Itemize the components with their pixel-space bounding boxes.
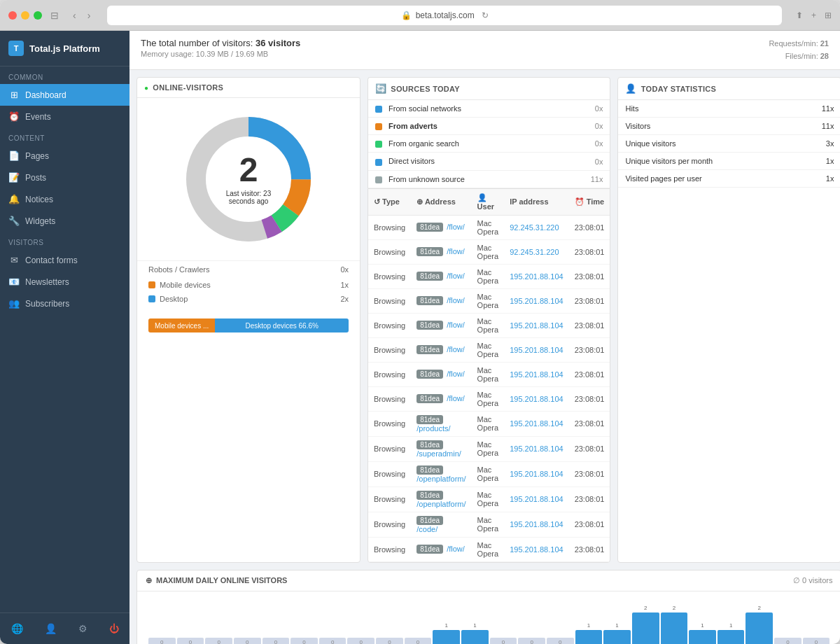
col-address: ⊕ Address bbox=[411, 189, 471, 216]
visitor-path[interactable]: /code/ bbox=[416, 525, 438, 533]
section-common-label: Common bbox=[0, 66, 130, 84]
visitor-ip: 195.201.88.104 bbox=[504, 337, 568, 362]
minimize-button[interactable] bbox=[21, 11, 29, 20]
maximize-button[interactable] bbox=[34, 11, 42, 20]
source-value: 0x bbox=[561, 118, 610, 135]
online-visitors-panel: ● Online-visitors bbox=[136, 77, 360, 562]
sidebar: T Total.js Platform Common ⊞ Dashboard ⏰… bbox=[0, 31, 130, 644]
new-tab-icon[interactable]: + bbox=[811, 10, 816, 20]
bar-group: 0 bbox=[376, 638, 403, 644]
visitor-path[interactable]: /openplatform/ bbox=[416, 500, 465, 508]
visitor-path[interactable]: /products/ bbox=[416, 424, 450, 433]
visitor-user: Mac Opera bbox=[472, 239, 505, 264]
bar-zero: 0 bbox=[518, 638, 545, 644]
settings-button[interactable]: ⚙ bbox=[73, 619, 93, 638]
visitors-tbody: Browsing 81dea /flow/ Mac Opera 92.245.3… bbox=[368, 215, 610, 561]
share-icon[interactable]: ⬆ bbox=[796, 10, 803, 20]
source-label: Direct visitors bbox=[368, 153, 561, 170]
visitor-type: Browsing bbox=[368, 337, 411, 362]
online-visitors-header: ● Online-visitors bbox=[137, 78, 360, 98]
stat-label: Unique visitors bbox=[618, 135, 794, 153]
url-bar[interactable]: 🔒 beta.totaljs.com ↻ bbox=[107, 6, 782, 25]
visitor-path[interactable]: /flow/ bbox=[447, 247, 465, 255]
visitor-time: 23:08:01 bbox=[569, 411, 610, 436]
main-content: The total number of visitors: 36 visitor… bbox=[130, 31, 840, 644]
stats-title: TODAY STATISTICS bbox=[641, 85, 717, 93]
visitor-tag: 81dea bbox=[416, 415, 443, 424]
visitors-label: 0 visitors bbox=[802, 576, 832, 584]
close-button[interactable] bbox=[8, 11, 17, 20]
sidebar-item-label: Subscribers bbox=[25, 299, 69, 309]
sidebar-toggle[interactable]: ⊟ bbox=[50, 10, 59, 21]
sidebar-item-label: Contact forms bbox=[25, 255, 78, 265]
bar-zero: 0 bbox=[148, 638, 176, 644]
visitor-path[interactable]: /flow/ bbox=[447, 545, 465, 553]
visitor-user: Mac Opera bbox=[472, 313, 505, 337]
null-icon: ∅ bbox=[793, 576, 800, 584]
source-row: From unknown source 11x bbox=[368, 170, 610, 188]
visitor-user: Mac Opera bbox=[472, 264, 505, 288]
col-type: ↺ Type bbox=[368, 189, 411, 216]
power-button[interactable]: ⏻ bbox=[104, 619, 125, 638]
back-button[interactable]: ‹ bbox=[70, 8, 79, 22]
visitor-path[interactable]: /flow/ bbox=[447, 345, 465, 354]
visitor-ip: 195.201.88.104 bbox=[504, 436, 568, 461]
bar-group: 1 bbox=[433, 622, 460, 644]
visitor-tag: 81dea bbox=[416, 296, 443, 305]
browser-window: ⊟ ‹ › 🔒 beta.totaljs.com ↻ ⬆ + ⊞ T Total… bbox=[0, 0, 840, 644]
visitor-path[interactable]: /superadmin/ bbox=[416, 449, 461, 458]
forward-button[interactable]: › bbox=[85, 8, 94, 22]
visitor-path[interactable]: /flow/ bbox=[447, 394, 465, 402]
chart-icon: ⊕ bbox=[146, 576, 152, 585]
robots-value: 0x bbox=[340, 265, 349, 274]
globe-button[interactable]: 🌐 bbox=[6, 619, 29, 638]
visitor-path[interactable]: /flow/ bbox=[447, 370, 465, 378]
visitor-path[interactable]: /flow/ bbox=[447, 321, 465, 329]
daily-chart-panel: ⊕ MAXIMUM DAILY ONLINE VISITORS ∅ 0 visi… bbox=[136, 570, 840, 644]
newsletters-icon: 📧 bbox=[8, 276, 20, 287]
visitor-path[interactable]: /flow/ bbox=[447, 272, 465, 280]
daily-section: ⊕ MAXIMUM DAILY ONLINE VISITORS ∅ 0 visi… bbox=[136, 570, 840, 644]
sidebar-item-pages[interactable]: 📄 Pages bbox=[0, 145, 130, 167]
bar bbox=[689, 630, 716, 644]
bar-zero: 0 bbox=[177, 638, 204, 644]
desktop-bar: Desktop devices 66.6% bbox=[215, 318, 349, 332]
source-value: 11x bbox=[561, 170, 610, 188]
header-left: The total number of visitors: 36 visitor… bbox=[141, 38, 300, 58]
sidebar-item-events[interactable]: ⏰ Events bbox=[0, 106, 130, 127]
visitor-path[interactable]: /flow/ bbox=[447, 223, 465, 231]
bar bbox=[461, 630, 489, 644]
sidebar-item-newsletters[interactable]: 📧 Newsletters bbox=[0, 271, 130, 293]
user-button[interactable]: 👤 bbox=[39, 619, 62, 638]
sources-panel: 🔄 SOURCES TODAY From social networks 0x … bbox=[368, 77, 610, 188]
visitors-table-panel: ↺ Type ⊕ Address 👤 User IP address ⏰ Tim… bbox=[368, 188, 610, 563]
bar-top-label: 2 bbox=[644, 605, 647, 611]
visitor-row: Browsing 81dea /flow/ Mac Opera 92.245.3… bbox=[368, 239, 610, 264]
visitor-user: Mac Opera bbox=[472, 337, 505, 362]
bar-group: 0 bbox=[803, 638, 830, 644]
sidebar-item-widgets[interactable]: 🔧 Widgets bbox=[0, 210, 130, 232]
sidebar-item-contact-forms[interactable]: ✉ Contact forms bbox=[0, 249, 130, 271]
sidebar-item-posts[interactable]: 📝 Posts bbox=[0, 167, 130, 188]
visitor-time: 23:08:01 bbox=[569, 337, 610, 362]
stat-value: 11x bbox=[795, 118, 840, 135]
source-label: From organic search bbox=[368, 135, 561, 153]
visitor-tag: 81dea bbox=[416, 465, 443, 475]
visitor-path[interactable]: /flow/ bbox=[447, 296, 465, 304]
visitor-ip: 195.201.88.104 bbox=[504, 411, 568, 436]
visitor-row: Browsing 81dea /flow/ Mac Opera 195.201.… bbox=[368, 313, 610, 337]
bar-top-label: 1 bbox=[701, 622, 704, 629]
bar bbox=[575, 630, 603, 644]
sidebar-item-subscribers[interactable]: 👥 Subscribers bbox=[0, 293, 130, 314]
bar-zero: 0 bbox=[490, 638, 517, 644]
refresh-icon[interactable]: ↻ bbox=[482, 10, 489, 20]
sidebar-item-notices[interactable]: 🔔 Notices bbox=[0, 188, 130, 210]
bar-group: 0 bbox=[290, 638, 318, 644]
visitor-type: Browsing bbox=[368, 288, 411, 313]
visitor-path[interactable]: /openplatform/ bbox=[416, 475, 465, 483]
sidebar-item-dashboard[interactable]: ⊞ Dashboard bbox=[0, 84, 130, 106]
sidebar-icon[interactable]: ⊞ bbox=[825, 10, 832, 20]
stat-row: Hits 11x bbox=[618, 100, 840, 118]
source-value: 0x bbox=[561, 100, 610, 118]
col-user: 👤 User bbox=[472, 189, 505, 216]
